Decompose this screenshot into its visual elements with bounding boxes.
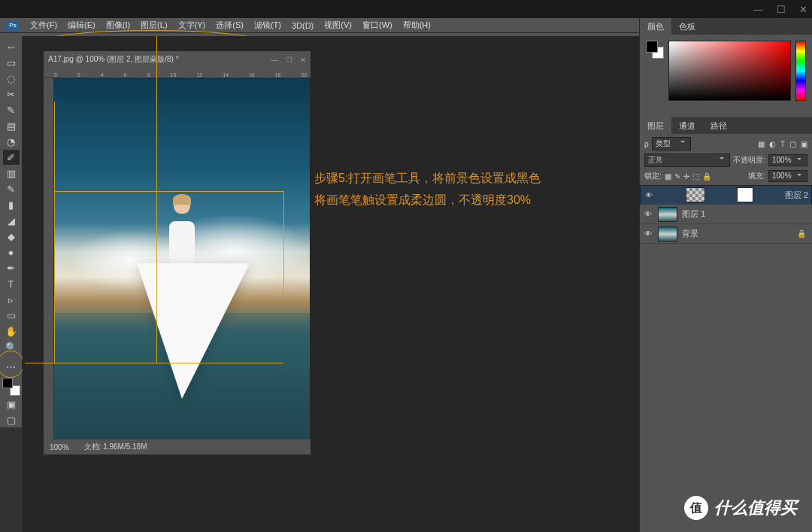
tool-19[interactable]: 🔍 <box>3 339 20 354</box>
lock-pixels-icon[interactable]: ✎ <box>674 172 680 181</box>
quick-mask-icon[interactable]: ▣ <box>3 397 20 412</box>
lock-label: 锁定: <box>644 171 662 181</box>
watermark-badge: 值 <box>684 496 708 520</box>
tool-6[interactable]: ◔ <box>3 134 20 149</box>
filter-text-icon[interactable]: T <box>780 140 785 148</box>
visibility-icon[interactable]: 👁 <box>644 191 654 199</box>
layer-kind-select[interactable]: 类型 <box>652 137 691 150</box>
tab-swatches[interactable]: 色板 <box>671 18 703 35</box>
document-tab[interactable]: A17.jpg @ 100% (图层 2, 图层蒙版/8) * —☐✕ <box>44 51 311 68</box>
doc-max-icon[interactable]: ☐ <box>286 56 292 64</box>
layer-name: 背景 <box>682 228 698 239</box>
layers-list: 👁图层 2👁图层 1👁背景🔒 <box>640 185 812 244</box>
tool-14[interactable]: ✒ <box>3 260 20 275</box>
lock-nest-icon[interactable]: ⬚ <box>692 172 699 181</box>
tool-7[interactable]: ✐ <box>3 150 20 165</box>
tool-8[interactable]: ▥ <box>3 166 20 181</box>
tab-layers[interactable]: 图层 <box>640 117 671 135</box>
tool-13[interactable]: ● <box>3 245 20 260</box>
tool-0[interactable]: ↔ <box>3 39 20 54</box>
document-title: A17.jpg @ 100% (图层 2, 图层蒙版/8) * <box>48 54 179 65</box>
ruler-horizontal[interactable]: 024681012141618202224 <box>44 68 311 78</box>
layer-thumb[interactable] <box>658 207 677 222</box>
layer-row[interactable]: 👁图层 2 <box>640 185 812 205</box>
workspace: A17.jpg @ 100% (图层 2, 图层蒙版/8) * —☐✕ 0246… <box>23 36 639 532</box>
layer-panel-tabs: 图层 通道 路径 <box>640 117 812 134</box>
toolbox: ↔▭◌✂✎▤◔✐▥✎▮◢◆●✒T▹▭✋🔍 ⋯ ▣ ▢ <box>0 36 23 427</box>
filter-smart-icon[interactable]: ▣ <box>801 140 807 148</box>
tool-2[interactable]: ◌ <box>3 71 20 86</box>
layer-name: 图层 2 <box>785 190 808 201</box>
screen-mode-icon[interactable]: ▢ <box>3 412 20 427</box>
document-window: A17.jpg @ 100% (图层 2, 图层蒙版/8) * —☐✕ 0246… <box>44 51 311 454</box>
tab-color[interactable]: 颜色 <box>640 18 671 35</box>
lock-icon: 🔒 <box>797 230 806 238</box>
menu-item[interactable]: 图层(L) <box>136 18 171 32</box>
layer-thumb[interactable] <box>686 187 705 202</box>
right-panels: 颜色 色板 图层 通道 路径 ρ 类型 ▦ ◐ T ▢ ▣ 正常 不透明度: 1… <box>639 18 812 532</box>
tab-channels[interactable]: 通道 <box>671 117 703 135</box>
tool-3[interactable]: ✂ <box>3 87 20 102</box>
tool-12[interactable]: ◆ <box>3 229 20 244</box>
menu-item[interactable]: 文字(Y) <box>174 18 211 32</box>
color-picker[interactable] <box>668 41 791 101</box>
more-tools-icon[interactable]: ⋯ <box>3 359 20 374</box>
menu-item[interactable]: 3D(D) <box>287 20 318 32</box>
fill-label: 填充: <box>748 171 765 181</box>
lock-pos-icon[interactable]: ✛ <box>683 172 689 181</box>
tool-5[interactable]: ▤ <box>3 118 20 133</box>
canvas-content-figure <box>144 194 220 405</box>
menu-item[interactable]: 选择(S) <box>211 18 248 32</box>
menu-item[interactable]: 视图(V) <box>320 18 356 32</box>
fill-input[interactable]: 100% <box>768 170 807 182</box>
visibility-icon[interactable]: 👁 <box>643 210 653 218</box>
menu-item[interactable]: 滤镜(T) <box>250 18 286 32</box>
close-button[interactable]: ✕ <box>799 4 807 15</box>
tool-10[interactable]: ▮ <box>3 197 20 212</box>
menu-item[interactable]: 图像(I) <box>102 18 135 32</box>
status-bar: 100% 文档: 1.96M/5.18M <box>44 439 311 454</box>
tool-16[interactable]: ▹ <box>3 292 20 307</box>
tool-9[interactable]: ✎ <box>3 181 20 196</box>
watermark-text: 什么值得买 <box>714 497 797 519</box>
doc-min-icon[interactable]: — <box>271 56 278 64</box>
tool-11[interactable]: ◢ <box>3 213 20 228</box>
ruler-vertical[interactable] <box>44 78 54 439</box>
filesize-label: 文档: 1.96M/5.18M <box>84 442 147 452</box>
menu-item[interactable]: 文件(F) <box>26 18 62 32</box>
layer-row[interactable]: 👁图层 1 <box>640 205 812 224</box>
tool-17[interactable]: ▭ <box>3 308 20 323</box>
layer-mask-thumb[interactable] <box>737 187 753 202</box>
layer-row[interactable]: 👁背景🔒 <box>640 224 812 244</box>
menu-item[interactable]: 编辑(E) <box>63 18 100 32</box>
layer-thumb[interactable] <box>658 226 677 242</box>
app-logo: Ps <box>6 20 20 31</box>
menu-item[interactable]: 窗口(W) <box>358 18 397 32</box>
filter-image-icon[interactable]: ▦ <box>758 140 765 148</box>
doc-close-icon[interactable]: ✕ <box>300 56 306 64</box>
maximize-button[interactable]: ☐ <box>777 4 786 15</box>
visibility-icon[interactable]: 👁 <box>643 230 653 238</box>
foreground-color[interactable] <box>2 378 13 388</box>
filter-shape-icon[interactable]: ▢ <box>789 140 796 148</box>
color-mini-swatch[interactable] <box>646 41 664 59</box>
annotation-text: 步骤5:打开画笔工具，将前景色设置成黑色 将画笔笔触设置成柔边圆，不透明度30% <box>314 168 541 211</box>
tool-15[interactable]: T <box>3 276 20 291</box>
canvas[interactable] <box>54 78 310 439</box>
layer-opacity-input[interactable]: 100% <box>768 154 807 166</box>
zoom-level[interactable]: 100% <box>50 443 69 451</box>
color-swatch[interactable] <box>2 378 20 396</box>
lock-all-icon[interactable]: 🔒 <box>702 172 711 181</box>
tool-18[interactable]: ✋ <box>3 324 20 339</box>
minimize-button[interactable]: — <box>753 4 763 15</box>
menu-item[interactable]: 帮助(H) <box>398 18 435 32</box>
watermark: 值 什么值得买 <box>684 496 797 520</box>
blend-select[interactable]: 正常 <box>644 154 730 167</box>
hue-slider[interactable] <box>795 41 806 101</box>
tab-paths[interactable]: 路径 <box>703 117 735 135</box>
color-panel <box>640 35 812 117</box>
filter-adjust-icon[interactable]: ◐ <box>769 140 776 148</box>
tool-1[interactable]: ▭ <box>3 55 20 70</box>
lock-trans-icon[interactable]: ▦ <box>665 172 671 181</box>
tool-4[interactable]: ✎ <box>3 102 20 117</box>
